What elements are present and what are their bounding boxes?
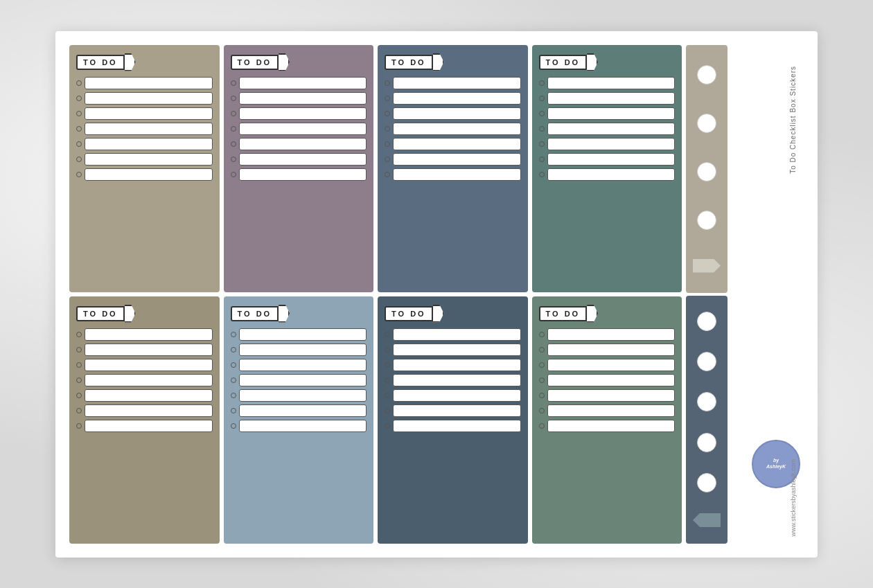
check-dot [539, 96, 545, 101]
checklist-row [539, 123, 676, 135]
check-dot [76, 347, 82, 353]
check-dot [539, 377, 545, 383]
check-box [547, 328, 676, 341]
todo-arrow-icon [433, 53, 444, 71]
checklist-row [76, 374, 213, 386]
checklist-row [385, 344, 521, 356]
check-box [393, 359, 521, 371]
checklist-row [385, 92, 521, 105]
checklist-row [76, 389, 213, 402]
checklist-rows [76, 328, 213, 537]
check-box [393, 420, 521, 432]
todo-label: TO DO [385, 55, 433, 70]
todo-label: TO DO [539, 55, 588, 70]
check-box [239, 168, 367, 181]
check-dot [539, 172, 545, 177]
side-circle [697, 392, 716, 411]
check-box [85, 92, 213, 105]
todo-label: TO DO [385, 306, 433, 321]
check-dot [76, 157, 82, 162]
check-box [85, 77, 213, 89]
check-box [547, 123, 676, 135]
sticker-cell-2-4: TO DO [532, 296, 682, 544]
check-dot [231, 393, 236, 398]
check-box [85, 168, 213, 181]
todo-banner: TO DO [231, 53, 367, 71]
checklist-row [231, 168, 367, 181]
check-dot [539, 141, 545, 147]
checklist-rows [539, 328, 676, 537]
todo-label: TO DO [539, 306, 588, 321]
check-box [239, 404, 367, 417]
check-dot [76, 80, 82, 86]
check-dot [385, 423, 390, 429]
checklist-row [76, 168, 213, 181]
check-dot [231, 111, 236, 116]
checklist-rows [76, 77, 213, 285]
checklist-row [231, 77, 367, 89]
checklist-row [76, 107, 213, 120]
sticker-cell-1-2: TO DO [224, 45, 374, 292]
check-dot [231, 423, 236, 429]
todo-banner: TO DO [231, 305, 367, 323]
check-box [85, 344, 213, 356]
checklist-row [231, 328, 367, 341]
checklist-row [539, 168, 676, 181]
check-dot [76, 377, 82, 383]
check-box [547, 92, 676, 105]
check-dot [539, 347, 545, 353]
check-box [239, 359, 367, 371]
check-dot [76, 111, 82, 116]
side-circle [697, 114, 716, 133]
check-dot [539, 80, 545, 86]
check-dot [231, 141, 236, 147]
todo-label: TO DO [231, 55, 279, 70]
todo-arrow-icon [433, 305, 444, 323]
todo-arrow-icon [125, 53, 136, 71]
check-dot [385, 172, 390, 177]
checklist-row [76, 328, 213, 341]
checklist-row [385, 153, 521, 166]
check-box [547, 344, 676, 356]
checklist-row [76, 359, 213, 371]
check-box [393, 374, 521, 386]
check-dot [385, 362, 390, 368]
check-dot [385, 347, 390, 353]
checklist-rows [539, 77, 676, 285]
check-box [547, 389, 676, 402]
todo-arrow-icon [279, 53, 290, 71]
sticker-cell-1-4: TO DO [532, 45, 682, 292]
check-box [547, 359, 676, 371]
check-dot [231, 126, 236, 132]
check-box [239, 389, 367, 402]
side-top [686, 45, 728, 293]
check-dot [76, 408, 82, 413]
checklist-row [539, 328, 676, 341]
check-box [85, 374, 213, 386]
check-box [239, 328, 367, 341]
check-box [85, 153, 213, 166]
check-dot [231, 408, 236, 413]
check-dot [231, 172, 236, 177]
sticker-cell-2-2: TO DO [224, 296, 374, 544]
checklist-row [231, 389, 367, 402]
sticker-cell-1-3: TO DO [378, 45, 528, 292]
check-box [85, 107, 213, 120]
check-box [85, 138, 213, 150]
check-box [393, 92, 521, 105]
check-box [85, 123, 213, 135]
checklist-row [76, 420, 213, 432]
check-box [393, 123, 521, 135]
check-box [393, 153, 521, 166]
check-box [393, 77, 521, 89]
check-dot [231, 347, 236, 353]
todo-banner: TO DO [539, 53, 676, 71]
checklist-row [539, 374, 676, 386]
checklist-row [539, 389, 676, 402]
check-box [547, 107, 676, 120]
checklist-row [231, 107, 367, 120]
check-box [393, 404, 521, 417]
check-box [239, 153, 367, 166]
side-arrow-dark-icon [693, 513, 721, 527]
check-box [85, 389, 213, 402]
